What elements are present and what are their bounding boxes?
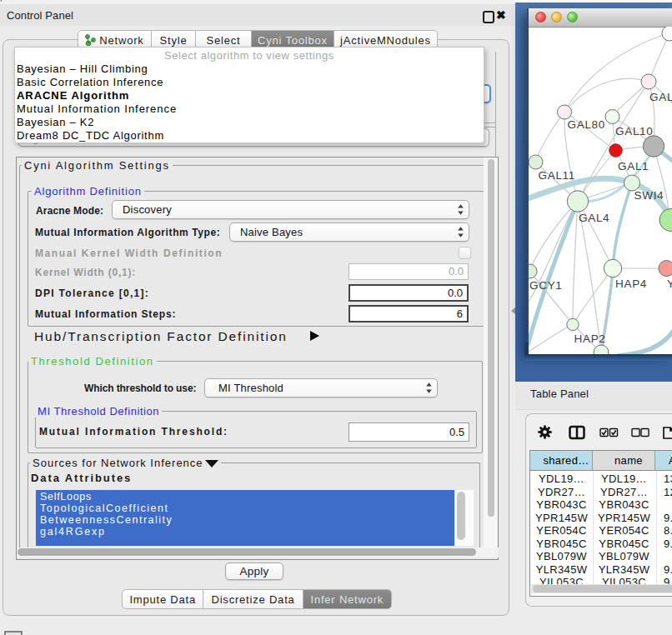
svg-text:HAP4: HAP4 — [615, 278, 647, 290]
svg-text:SWI4: SWI4 — [634, 189, 664, 202]
svg-text:GAL11: GAL11 — [539, 169, 576, 182]
svg-text:GAL7: GAL7 — [649, 91, 672, 103]
svg-text:GAL80: GAL80 — [568, 118, 606, 131]
svg-text:GAL4: GAL4 — [579, 212, 609, 224]
svg-text:GCY1: GCY1 — [529, 279, 563, 292]
svg-text:HAP2: HAP2 — [574, 332, 606, 345]
svg-text:GAL1: GAL1 — [618, 160, 649, 172]
svg-text:GAL10: GAL10 — [615, 125, 654, 138]
svg-text:Y: Y — [667, 278, 672, 290]
